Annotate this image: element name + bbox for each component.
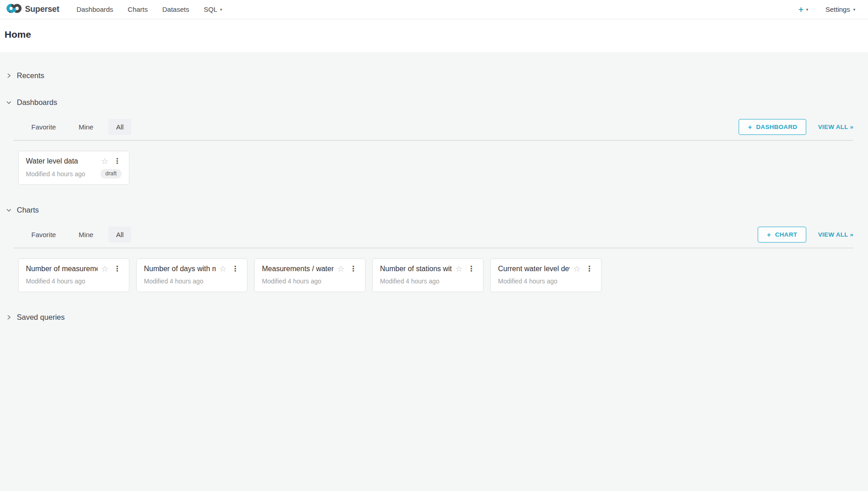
more-actions-kebab-icon[interactable]: ⋮	[113, 265, 122, 273]
dashboards-tabs: Favorite Mine All	[24, 119, 138, 135]
card-title[interactable]: Current water level devi...	[498, 265, 570, 273]
page-title: Home	[5, 29, 868, 40]
main-nav: Dashboards Charts Datasets SQL ▾	[69, 0, 229, 18]
card-modified: Modified 4 hours ago	[498, 278, 594, 285]
navbar: Superset Dashboards Charts Datasets SQL …	[0, 0, 868, 20]
card-title-row: Number of stations with ... ☆ ⋮	[380, 265, 476, 273]
chart-card[interactable]: Number of stations with ... ☆ ⋮ Modified…	[372, 258, 483, 292]
card-title-row: Water level data ☆ ⋮	[26, 157, 122, 165]
plus-icon: +	[799, 5, 804, 14]
tab-favorite[interactable]: Favorite	[24, 119, 64, 135]
card-modified: Modified 4 hours ago	[380, 278, 476, 285]
card-meta-row: Modified 4 hours ago draft	[26, 169, 122, 179]
card-title[interactable]: Measurements / water	[262, 265, 334, 273]
card-title-row: Measurements / water ☆ ⋮	[262, 265, 358, 273]
card-title[interactable]: Water level data	[26, 157, 98, 165]
new-item-menu[interactable]: + ▾	[799, 5, 809, 14]
card-title-row: Current water level devi... ☆ ⋮	[498, 265, 594, 273]
tab-mine[interactable]: Mine	[71, 119, 101, 135]
dashboards-panel-head: Favorite Mine All + DASHBOARD VIEW ALL »	[24, 118, 853, 136]
caret-down-icon: ▾	[853, 7, 855, 12]
chevron-down-icon	[6, 99, 12, 105]
tab-all[interactable]: All	[108, 227, 132, 243]
settings-menu[interactable]: Settings ▾	[825, 5, 855, 13]
card-title[interactable]: Number of measurements	[26, 265, 98, 273]
section-title: Dashboards	[17, 98, 57, 107]
dashboards-card-row: Water level data ☆ ⋮ Modified 4 hours ag…	[18, 151, 868, 185]
settings-label: Settings	[825, 5, 850, 13]
section-saved-queries-toggle[interactable]: Saved queries	[6, 313, 65, 322]
charts-view-all-link[interactable]: VIEW ALL »	[818, 231, 853, 238]
charts-actions: + CHART VIEW ALL »	[758, 227, 853, 243]
card-title-row: Number of days with me... ☆ ⋮	[144, 265, 240, 273]
navbar-right: + ▾ Settings ▾	[799, 5, 855, 14]
new-dashboard-button[interactable]: + DASHBOARD	[739, 119, 806, 135]
chevron-right-icon	[6, 73, 12, 79]
card-meta-row: Modified 4 hours ago	[498, 277, 594, 286]
card-icons: ☆ ⋮	[455, 265, 476, 273]
nav-dashboards[interactable]: Dashboards	[69, 0, 120, 18]
divider	[14, 140, 853, 141]
caret-down-icon: ▾	[220, 7, 222, 12]
dashboard-card[interactable]: Water level data ☆ ⋮ Modified 4 hours ag…	[18, 151, 129, 185]
charts-panel-head: Favorite Mine All + CHART VIEW ALL »	[24, 225, 853, 243]
card-icons: ☆ ⋮	[573, 265, 594, 273]
plus-icon: +	[748, 123, 752, 131]
nav-datasets[interactable]: Datasets	[155, 0, 197, 18]
new-chart-button[interactable]: + CHART	[758, 227, 806, 243]
favorite-star-icon[interactable]: ☆	[337, 265, 345, 273]
tab-favorite[interactable]: Favorite	[24, 227, 64, 243]
section-dashboards-toggle[interactable]: Dashboards	[6, 98, 57, 107]
section-title: Saved queries	[17, 313, 65, 322]
title-band: Home	[0, 20, 868, 52]
more-actions-kebab-icon[interactable]: ⋮	[231, 265, 240, 273]
card-modified: Modified 4 hours ago	[144, 278, 240, 285]
favorite-star-icon[interactable]: ☆	[573, 265, 581, 273]
chevron-down-icon	[6, 207, 12, 213]
card-meta-row: Modified 4 hours ago	[26, 277, 122, 286]
charts-tabs: Favorite Mine All	[24, 227, 138, 243]
draft-status-badge: draft	[100, 169, 122, 179]
nav-sql[interactable]: SQL ▾	[197, 0, 230, 18]
card-icons: ☆ ⋮	[101, 157, 122, 165]
card-modified: Modified 4 hours ago	[26, 278, 122, 285]
tab-mine[interactable]: Mine	[71, 227, 101, 243]
favorite-star-icon[interactable]: ☆	[219, 265, 227, 273]
chart-card[interactable]: Number of measurements ☆ ⋮ Modified 4 ho…	[18, 258, 129, 292]
card-meta-row: Modified 4 hours ago	[262, 277, 358, 286]
card-title-row: Number of measurements ☆ ⋮	[26, 265, 122, 273]
card-icons: ☆ ⋮	[101, 265, 122, 273]
tab-all[interactable]: All	[108, 119, 132, 135]
superset-infinity-icon	[6, 3, 22, 15]
plus-icon: +	[767, 231, 771, 238]
card-modified: Modified 4 hours ago	[262, 278, 358, 285]
favorite-star-icon[interactable]: ☆	[101, 265, 108, 273]
more-actions-kebab-icon[interactable]: ⋮	[585, 265, 594, 273]
card-icons: ☆ ⋮	[219, 265, 240, 273]
more-actions-kebab-icon[interactable]: ⋮	[349, 265, 358, 273]
dashboards-view-all-link[interactable]: VIEW ALL »	[818, 124, 853, 130]
superset-logo[interactable]: Superset	[6, 3, 59, 15]
nav-charts[interactable]: Charts	[120, 0, 155, 18]
card-title[interactable]: Number of days with me...	[144, 265, 216, 273]
chart-card[interactable]: Measurements / water ☆ ⋮ Modified 4 hour…	[254, 258, 365, 292]
card-icons: ☆ ⋮	[337, 265, 358, 273]
new-dashboard-label: DASHBOARD	[756, 124, 797, 130]
favorite-star-icon[interactable]: ☆	[101, 157, 108, 165]
card-title[interactable]: Number of stations with ...	[380, 265, 452, 273]
section-title: Charts	[17, 206, 39, 214]
home-content: Recents Dashboards Favorite Mine All + D…	[0, 52, 868, 322]
card-meta-row: Modified 4 hours ago	[144, 277, 240, 286]
chart-card[interactable]: Current water level devi... ☆ ⋮ Modified…	[490, 258, 602, 292]
dashboards-actions: + DASHBOARD VIEW ALL »	[739, 119, 853, 135]
chevron-right-icon	[6, 314, 12, 320]
more-actions-kebab-icon[interactable]: ⋮	[113, 158, 122, 165]
charts-card-row: Number of measurements ☆ ⋮ Modified 4 ho…	[18, 258, 868, 292]
section-recents-toggle[interactable]: Recents	[6, 71, 44, 80]
more-actions-kebab-icon[interactable]: ⋮	[467, 265, 476, 273]
caret-down-icon: ▾	[806, 7, 809, 12]
nav-sql-label: SQL	[204, 5, 217, 13]
chart-card[interactable]: Number of days with me... ☆ ⋮ Modified 4…	[136, 258, 247, 292]
section-charts-toggle[interactable]: Charts	[6, 206, 39, 214]
favorite-star-icon[interactable]: ☆	[455, 265, 463, 273]
